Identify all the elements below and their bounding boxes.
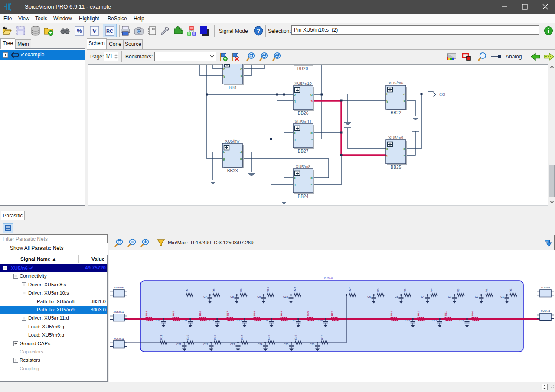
svg-text:C14: C14	[156, 319, 161, 322]
svg-text:d: d	[240, 67, 242, 71]
svg-text:BB26: BB26	[298, 111, 309, 116]
svg-text:d: d	[310, 93, 313, 97]
svg-text:C4: C4	[421, 295, 424, 298]
svg-text:R28: R28	[321, 334, 323, 340]
svg-text:R5: R5	[404, 288, 406, 292]
svg-text:RC: RC	[106, 29, 113, 34]
svg-text:d: d	[310, 176, 313, 180]
svg-text:R24: R24	[241, 334, 243, 340]
svg-text:R2: R2	[485, 288, 488, 292]
svg-text:R20: R20	[294, 287, 296, 292]
svg-text:XU5/m11: XU5/m11	[295, 119, 312, 124]
svg-text:g: g	[294, 99, 296, 103]
svg-text:s: s	[240, 157, 242, 161]
svg-text:R17: R17	[226, 311, 229, 316]
svg-text:C17: C17	[237, 319, 242, 322]
svg-text:C9: C9	[257, 295, 261, 298]
svg-text:b: b	[294, 93, 296, 97]
svg-text:C13: C13	[405, 319, 410, 322]
svg-text:b: b	[386, 147, 388, 151]
svg-text:XU5/m11: XU5/m11	[114, 337, 124, 340]
svg-text:R19: R19	[280, 311, 283, 316]
svg-text:R1: R1	[509, 288, 512, 292]
svg-text:s: s	[311, 182, 313, 186]
svg-text:C6: C6	[367, 295, 371, 298]
svg-text:BB22: BB22	[391, 110, 402, 115]
svg-text:R8: R8	[212, 288, 215, 292]
svg-text:R12: R12	[331, 311, 333, 316]
svg-text:g: g	[223, 74, 225, 78]
svg-text:BB1: BB1	[229, 85, 237, 90]
svg-text:C18: C18	[264, 319, 269, 322]
svg-text:C12: C12	[432, 319, 437, 322]
svg-text:d: d	[310, 131, 313, 135]
svg-text:O3: O3	[439, 92, 445, 97]
svg-text:C3: C3	[448, 295, 451, 298]
svg-text:R10: R10	[267, 287, 269, 292]
svg-text:R3: R3	[457, 288, 460, 292]
svg-text:R27: R27	[349, 287, 351, 292]
svg-text:C23: C23	[230, 343, 235, 346]
svg-text:C11: C11	[459, 319, 464, 322]
svg-text:R14: R14	[145, 311, 148, 316]
svg-text:C26: C26	[310, 343, 315, 346]
svg-text:XU5/m8: XU5/m8	[296, 164, 310, 169]
svg-text:BB27: BB27	[298, 149, 309, 154]
svg-text:s: s	[311, 137, 313, 141]
svg-text:XU5/m10: XU5/m10	[113, 311, 124, 313]
svg-text:b: b	[294, 131, 296, 135]
svg-text:g: g	[386, 99, 388, 103]
svg-text:s: s	[311, 99, 313, 103]
svg-text:C2: C2	[475, 295, 478, 298]
svg-text:g: g	[294, 182, 296, 186]
svg-text:s: s	[241, 74, 243, 78]
svg-text:R18: R18	[253, 311, 256, 316]
svg-text:BB25: BB25	[391, 165, 402, 170]
svg-text:%: %	[77, 28, 82, 34]
svg-text:d: d	[240, 150, 242, 154]
svg-text:C1: C1	[500, 295, 504, 298]
svg-text:XU5/m6: XU5/m6	[388, 81, 403, 85]
svg-text:BB23: BB23	[227, 168, 238, 173]
svg-text:R22: R22	[186, 334, 189, 340]
svg-text:R4: R4	[430, 288, 433, 292]
svg-text:C8: C8	[230, 295, 234, 298]
svg-text:XU5/m6: XU5/m6	[541, 286, 550, 289]
svg-text:R26: R26	[294, 334, 297, 340]
svg-text:C24: C24	[258, 343, 263, 346]
svg-text:R21: R21	[160, 334, 163, 340]
svg-text:R7: R7	[186, 288, 188, 292]
svg-text:R20: R20	[307, 311, 309, 316]
svg-text:b: b	[223, 150, 225, 154]
svg-text:C20: C20	[318, 319, 323, 322]
svg-text:R25: R25	[268, 334, 270, 340]
svg-text:V: V	[92, 28, 97, 35]
svg-text:b: b	[294, 176, 296, 180]
svg-text:d: d	[403, 92, 405, 96]
svg-text:R10: R10	[471, 311, 474, 316]
svg-text:XU5/m9: XU5/m9	[541, 310, 550, 312]
svg-text:g: g	[386, 153, 388, 157]
svg-text:R12: R12	[417, 311, 420, 316]
svg-text:XU5/m10: XU5/m10	[294, 81, 312, 86]
svg-text:s: s	[404, 99, 406, 103]
svg-text:C7: C7	[203, 295, 207, 298]
svg-text:R13: R13	[390, 311, 393, 316]
svg-text:g: g	[294, 137, 296, 141]
svg-text:XU5/n6: XU5/n6	[324, 277, 333, 279]
svg-text:C15: C15	[183, 319, 188, 322]
svg-text:R9: R9	[240, 288, 242, 292]
svg-text:BB24: BB24	[298, 194, 309, 199]
svg-text:R16: R16	[199, 311, 202, 316]
svg-text:C19: C19	[291, 319, 296, 322]
svg-text:b: b	[223, 67, 225, 71]
svg-text:R23: R23	[214, 334, 216, 340]
svg-text:C22: C22	[203, 343, 209, 346]
svg-text:C21: C21	[176, 343, 182, 346]
svg-text:BB20: BB20	[297, 66, 308, 71]
svg-text:XU5/m7: XU5/m7	[225, 139, 240, 143]
svg-text:?: ?	[257, 28, 260, 34]
svg-text:XU5/m8: XU5/m8	[114, 286, 124, 289]
svg-text:R6: R6	[377, 288, 379, 292]
svg-text:b: b	[386, 92, 388, 96]
